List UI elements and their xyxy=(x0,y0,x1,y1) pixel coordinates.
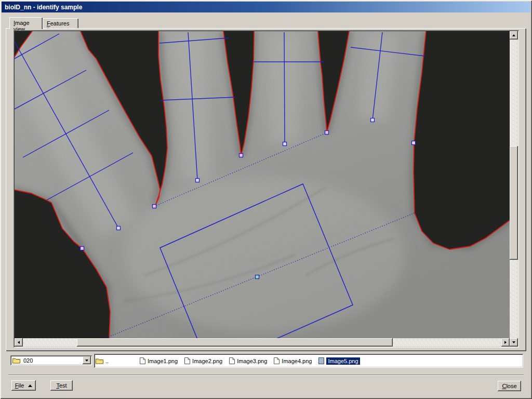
file-list[interactable]: .. Image1.png Image2.png Image3.png xyxy=(94,354,523,368)
menu-up-arrow-icon xyxy=(28,384,32,387)
folder-icon xyxy=(96,358,103,364)
app-window: { "window": { "title": "bioID_nn - ident… xyxy=(0,0,532,399)
image-canvas[interactable] xyxy=(15,31,510,338)
file-item[interactable]: Image1.png xyxy=(140,357,178,364)
left-arrow-icon xyxy=(18,341,20,344)
test-button-label: est xyxy=(59,382,67,389)
separator-groove xyxy=(8,375,524,376)
file-menu-button[interactable]: File xyxy=(11,380,36,391)
down-arrow-icon xyxy=(512,341,515,343)
tab-image-view[interactable]: Image view xyxy=(9,17,43,29)
file-item[interactable]: Image4.png xyxy=(274,357,312,364)
tab-features-list-accel: F xyxy=(47,20,50,26)
scroll-up-button[interactable] xyxy=(510,31,518,39)
contour-handle[interactable] xyxy=(412,141,416,145)
scroll-right-button[interactable] xyxy=(501,338,510,347)
scroll-left-button[interactable] xyxy=(15,338,23,347)
measurement-handle[interactable] xyxy=(283,142,287,146)
vertical-scrollbar[interactable] xyxy=(510,31,518,347)
contour-handle[interactable] xyxy=(81,247,84,250)
valley-handle[interactable] xyxy=(325,131,329,135)
dropdown-arrow-icon xyxy=(85,360,88,362)
file-icon xyxy=(140,357,145,364)
close-button[interactable]: Close xyxy=(498,381,521,391)
tab-features-list[interactable]: Features list xyxy=(43,18,78,29)
file-icon xyxy=(274,357,280,364)
measurement-handle[interactable] xyxy=(196,179,200,182)
close-button-label: lose xyxy=(506,383,516,389)
file-icon xyxy=(184,357,190,364)
folder-combo-value: 020 xyxy=(23,357,33,364)
vertical-scroll-thumb[interactable] xyxy=(510,146,518,260)
horizontal-scrollbar[interactable] xyxy=(15,338,510,347)
file-item[interactable]: .. xyxy=(96,358,137,364)
folder-icon xyxy=(12,357,20,364)
right-arrow-icon xyxy=(504,341,507,344)
file-item-label: Image2.png xyxy=(192,358,222,364)
folder-combobox[interactable]: 020 xyxy=(10,355,92,365)
file-item-label: Image4.png xyxy=(282,358,312,364)
hand-image xyxy=(15,31,510,338)
test-button[interactable]: Test xyxy=(50,380,73,391)
file-item-label: Image3.png xyxy=(237,358,267,364)
combo-dropdown-button[interactable] xyxy=(83,356,91,364)
file-item[interactable]: Image5.png xyxy=(318,357,360,365)
title-bar[interactable]: bioID_nn - identify sample xyxy=(2,2,530,12)
up-arrow-icon xyxy=(512,34,515,36)
palm-center-marker[interactable] xyxy=(256,275,259,279)
valley-handle[interactable] xyxy=(153,205,156,208)
middle-axis xyxy=(284,32,285,144)
measurement-handle[interactable] xyxy=(371,118,375,122)
file-item-label: .. xyxy=(105,358,109,364)
scroll-down-button[interactable] xyxy=(510,338,518,347)
file-icon xyxy=(229,357,235,364)
file-button-label: ile xyxy=(18,382,24,389)
selected-file-icon xyxy=(318,357,324,364)
image-viewport xyxy=(14,30,519,348)
file-item-label: Image1.png xyxy=(148,358,178,364)
valley-handle[interactable] xyxy=(240,154,243,157)
file-item[interactable]: Image2.png xyxy=(184,357,222,364)
window-title: bioID_nn - identify sample xyxy=(5,4,82,11)
horizontal-scroll-thumb[interactable] xyxy=(77,338,393,347)
file-item[interactable]: Image3.png xyxy=(229,357,267,364)
measurement-handle[interactable] xyxy=(117,227,121,230)
file-item-label: Image5.png xyxy=(326,357,360,365)
